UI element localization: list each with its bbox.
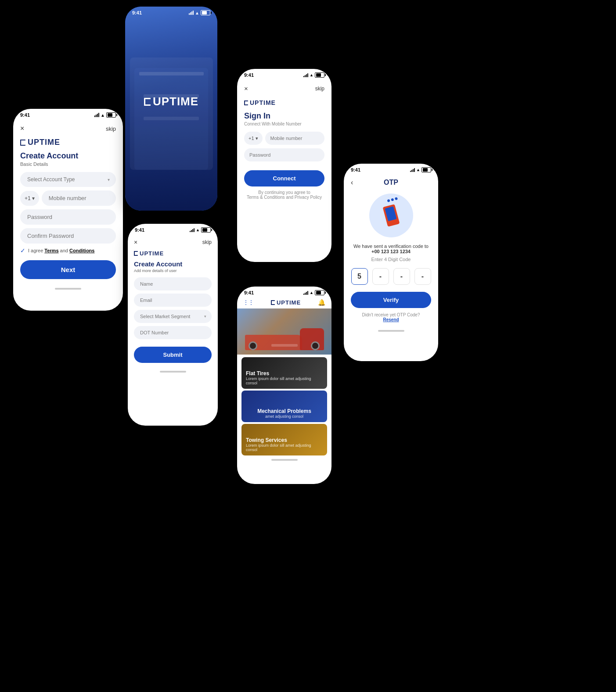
status-bar-5: 9:41 ▲: [237, 287, 331, 297]
phone-input-4[interactable]: [265, 132, 324, 145]
confirm-password-input-1[interactable]: [20, 228, 116, 244]
logo-text-1: UPTIME: [28, 138, 60, 147]
segment-group: [134, 310, 212, 323]
signal-icon-4: [303, 73, 308, 77]
account-type-select-wrap: [20, 172, 116, 187]
phone-input-1[interactable]: [42, 190, 116, 206]
password-group-4: [244, 148, 324, 161]
otp-boxes-6: 5 - - -: [351, 268, 431, 285]
status-time-2: 9:41: [132, 10, 142, 15]
logo-4: UPTIME: [244, 99, 324, 106]
segment-select[interactable]: [134, 310, 212, 323]
status-time-6: 9:41: [351, 167, 360, 172]
dot-group: [134, 326, 212, 339]
agree-row-1: ✓ I agree Terms and Conditions: [20, 247, 116, 254]
submit-button-3[interactable]: Submit: [134, 347, 212, 363]
subtitle-3: Add more details of user: [134, 269, 212, 273]
service-title-tow: Towing Services: [246, 437, 323, 443]
service-card-towing[interactable]: Towing Services Lorem ipsum dolor sill a…: [241, 424, 327, 455]
logo-3: UPTIME: [134, 250, 212, 257]
top-nav-5: ⋮⋮ UPTIME 🔔: [237, 297, 331, 308]
status-bar-4: 9:41 ▲: [237, 69, 331, 79]
account-type-select[interactable]: [20, 172, 116, 187]
close-button-1[interactable]: ×: [20, 125, 24, 133]
status-time-1: 9:41: [20, 112, 30, 118]
password-input-4[interactable]: [244, 148, 324, 161]
status-icons-1: ▲: [94, 112, 116, 118]
name-input[interactable]: [134, 277, 212, 290]
dot-input[interactable]: [134, 326, 212, 339]
terms-text-4: By continuing you agree to Terms & Condi…: [244, 190, 324, 200]
service-desc-tow: Lorem ipsum dolor sill amet adjusting co…: [246, 443, 323, 452]
status-time-5: 9:41: [244, 290, 254, 295]
menu-icon-5[interactable]: ⋮⋮: [243, 299, 254, 305]
bell-icon-5[interactable]: 🔔: [318, 299, 325, 306]
connect-button-4[interactable]: Connect: [244, 170, 324, 186]
bottom-bar-1: [55, 288, 81, 290]
conditions-link-1[interactable]: Conditions: [69, 248, 94, 253]
battery-icon-4: [315, 72, 324, 78]
skip-button-4[interactable]: skip: [315, 86, 324, 92]
close-button-4[interactable]: ×: [244, 85, 248, 92]
logo-bracket-icon-3: [134, 251, 138, 256]
resend-link-6[interactable]: Resend: [383, 317, 399, 322]
next-button-1[interactable]: Next: [20, 260, 116, 279]
splash-content: UPTIME: [125, 17, 217, 186]
wifi-icon-5: ▲: [310, 290, 313, 295]
logo-text-2: UPTIME: [153, 95, 198, 108]
check-icon-1: ✓: [20, 247, 25, 254]
signin-title-4: Sign In: [244, 111, 324, 121]
status-bar-2: 9:41 ▲: [125, 7, 217, 17]
battery-icon-3: [201, 227, 211, 233]
battery-icon-1: [106, 112, 116, 118]
otp-box-1[interactable]: 5: [351, 268, 368, 285]
enter-code-6: Enter 4 Digit Code: [351, 257, 431, 262]
otp-box-4[interactable]: -: [414, 268, 431, 285]
password-input-1[interactable]: [20, 209, 116, 225]
email-group: [134, 294, 212, 307]
otp-box-2[interactable]: -: [372, 268, 389, 285]
back-button-6[interactable]: ‹: [351, 179, 353, 186]
truck-hero-5: [245, 319, 324, 350]
otp-box-3[interactable]: -: [393, 268, 410, 285]
service-desc-flat: Lorem ipsum dolor sill amet adjusting co…: [246, 376, 323, 385]
bottom-bar-5: [271, 459, 298, 461]
phone-splash: 9:41 ▲ UPTIME: [125, 7, 217, 211]
status-bar-6: 9:41 ▲: [344, 164, 438, 174]
status-bar-3: 9:41 ▲: [128, 224, 218, 234]
chevron-down-icon-1: ▾: [32, 195, 35, 201]
confirm-password-group-1: [20, 228, 116, 244]
logo-text-4: UPTIME: [250, 99, 276, 106]
country-code-1[interactable]: +1 ▾: [20, 191, 39, 206]
email-input[interactable]: [134, 294, 212, 307]
phone-hand-icon: [385, 205, 397, 226]
skip-button-1[interactable]: skip: [106, 125, 116, 132]
service-card-flat-tires[interactable]: Flat Tires Lorem ipsum dolor sill amet a…: [241, 357, 327, 389]
wifi-icon-4: ▲: [310, 73, 313, 77]
logo-bracket-icon-4: [244, 100, 248, 105]
verify-button-6[interactable]: Verify: [351, 292, 431, 308]
password-group-1: [20, 209, 116, 225]
logo-text-5: UPTIME: [277, 299, 301, 306]
nav-row-3: × skip: [134, 239, 212, 246]
logo-bracket-icon-5: [271, 300, 275, 305]
account-type-group: [20, 172, 116, 187]
signal-icon-2: [189, 11, 194, 15]
chevron-down-icon-4: ▾: [256, 136, 258, 141]
nav-row-1: × skip: [20, 125, 116, 133]
terms-link-1[interactable]: Terms: [44, 248, 58, 253]
close-button-3[interactable]: ×: [134, 239, 137, 246]
bottom-bar-6: [378, 330, 404, 332]
skip-button-3[interactable]: skip: [202, 239, 212, 245]
phone-otp: 9:41 ▲ ‹ OTP: [344, 164, 438, 361]
wifi-icon-1: ▲: [101, 113, 105, 118]
signal-icon-1: [94, 113, 99, 117]
phone-home: 9:41 ▲ ⋮⋮ UPTIME 🔔: [237, 287, 331, 484]
resend-row-6: Didn't receive yet OTP Code? Resend: [351, 312, 431, 322]
logo-text-3: UPTIME: [140, 250, 164, 257]
signal-icon-6: [410, 168, 415, 172]
phone-row-4: +1 ▾: [244, 132, 324, 145]
service-card-mechanical[interactable]: Mechanical Problems amet adjusting conso…: [241, 391, 327, 422]
country-code-4[interactable]: +1 ▾: [244, 132, 263, 145]
battery-icon-5: [315, 290, 324, 295]
